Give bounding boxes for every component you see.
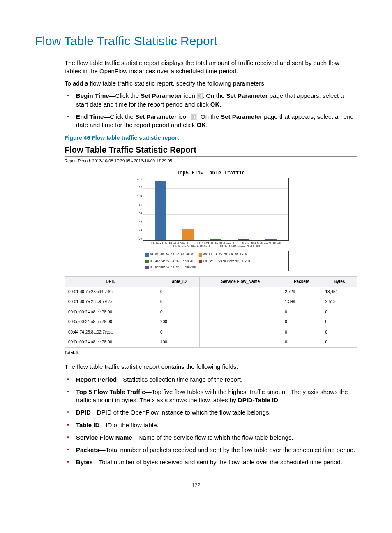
legend-item: 00:0c:00:24:a8:cc:78:00-200 [199, 260, 250, 263]
legend-item: 00:44:74:25:8a:02:7c:ea-0 [145, 260, 193, 263]
list-item: End Time—Click the Set Parameter icon . … [65, 113, 357, 130]
report-screenshot: Flow Table Traffic Statistic Report Repo… [65, 144, 357, 355]
page-number: 122 [35, 482, 357, 489]
table-row: 00:0c:00:24:a8:cc:78:00000 [65, 307, 357, 317]
chart-bar [210, 239, 221, 240]
report-period: Report Period: 2013-10-08 17:29:05 - 201… [65, 158, 357, 164]
intro-paragraph: The flow table traffic statistic report … [65, 59, 357, 76]
table-row: 00:44:74:25:8a:02:7c:ea000 [65, 327, 357, 337]
chart-x-axis-2: 00:01:d0:7e:28:c9:79:7a-000:0c:00:24:a8:… [143, 245, 289, 249]
term-begin-time: Begin Time [76, 92, 109, 99]
chart-bar [155, 181, 166, 240]
table-total: Total:6 [65, 350, 357, 356]
parameter-list: Begin Time—Click the Set Parameter icon … [65, 92, 357, 129]
list-item: DPID—DPID of the OpenFlow instance to wh… [65, 408, 357, 417]
chart-x-axis: 00:01:d0:7e:28:c9:97:6b-000:44:74:25:8a:… [143, 241, 289, 245]
table-row: 00:0c:00:24:a8:cc:78:0010000 [65, 337, 357, 348]
list-item: Table ID—ID of the flow table. [65, 421, 357, 429]
set-parameter-icon [197, 93, 203, 99]
chart-bars [143, 178, 288, 240]
term-end-time: End Time [76, 113, 104, 120]
chart-title: Top5 Flow Table Traffic [133, 170, 289, 176]
flow-table-data: DPIDTable_IDService Flow_NamePacketsByte… [65, 276, 357, 348]
legend-item: 00:0c:00:24:a8:cc:78:00-100 [145, 266, 196, 269]
chart-legend: 00:01:d0:7e:28:c9:97:6b-000:01:d0:7e:28:… [143, 251, 289, 271]
chart-bar [238, 239, 249, 240]
set-parameter-icon [191, 114, 197, 120]
chart-y-axis: 0K2K4K6K8K10K12K14K [133, 177, 142, 241]
fields-intro: The flow table traffic statistic report … [65, 363, 357, 371]
table-header: DPID [65, 277, 157, 287]
chart-bar [182, 229, 194, 240]
list-item: Bytes—Total number of bytes received and… [65, 458, 357, 466]
list-item: Service Flow Name—Name of the service fl… [65, 433, 357, 442]
table-row: 00:01:d0:7e:28:c9:79:7a01,3992,513 [65, 297, 357, 307]
list-item: Packets—Total number of packets received… [65, 446, 357, 454]
page-title: Flow Table Traffic Statistic Report [35, 33, 357, 50]
table-row: 00:01:d0:7e:28:c9:97:6b02,72913,451 [65, 287, 357, 297]
table-header: Bytes [322, 277, 357, 287]
figure-caption: Figure 46 Flow table traffic statistic r… [65, 134, 357, 142]
intro-paragraph-2: To add a flow table traffic statistic re… [65, 79, 357, 88]
table-header: Packets [281, 277, 322, 287]
chart-bar [265, 239, 277, 240]
chart-top5-traffic: Top5 Flow Table Traffic 0K2K4K6K8K10K12K… [133, 170, 289, 272]
table-header: Table_ID [157, 277, 200, 287]
fields-list: Report Period—Statistics collection time… [65, 375, 357, 467]
list-item: Report Period—Statistics collection time… [65, 375, 357, 384]
table-header: Service Flow_Name [200, 277, 281, 287]
list-item: Begin Time—Click the Set Parameter icon … [65, 92, 357, 109]
list-item: Top 5 Flow Table Traffic—Top five flow t… [65, 388, 357, 405]
legend-item: 00:01:d0:7e:28:c9:79:7a-0 [199, 253, 247, 257]
table-row: 00:0c:00:24:a8:cc:78:0020000 [65, 317, 357, 327]
legend-item: 00:01:d0:7e:28:c9:97:6b-0 [145, 253, 193, 257]
screenshot-title: Flow Table Traffic Statistic Report [65, 144, 357, 155]
